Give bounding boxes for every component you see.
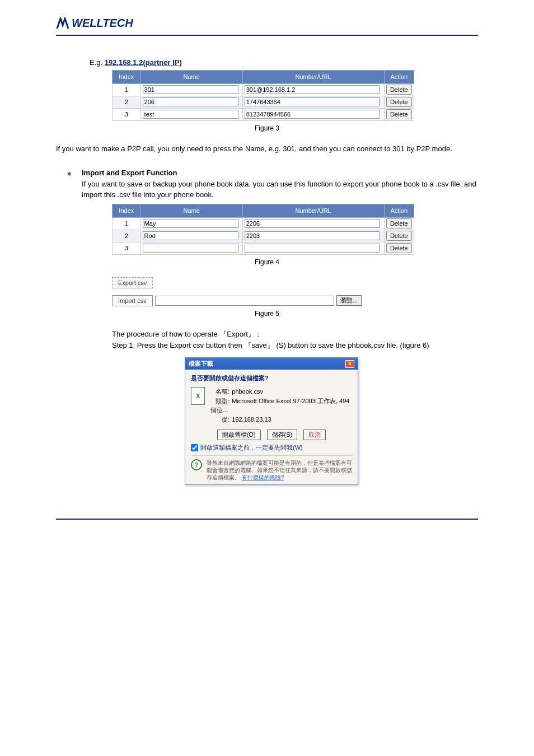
proc-1c: : — [257, 330, 259, 338]
always-ask-checkbox[interactable] — [191, 444, 198, 451]
row-index: 2 — [113, 96, 141, 108]
proc-2b: save — [251, 341, 266, 349]
name-input[interactable] — [143, 244, 239, 253]
name-input[interactable] — [143, 85, 239, 94]
table-row: 1 Delete — [113, 217, 414, 230]
risk-link[interactable]: 有什麼樣的風險? — [242, 474, 284, 480]
brand-logo: WELLTECH — [56, 17, 133, 30]
question-mark-icon: ? — [191, 459, 202, 470]
figure-3-caption: Figure 3 — [56, 124, 478, 132]
row-index: 1 — [113, 217, 141, 230]
proc-1a: The procedure of how to operate — [112, 330, 219, 338]
intro-line: E.g. 192.168.1.2(partner IP) — [90, 58, 478, 67]
figure-5-caption: Figure 5 — [56, 310, 478, 318]
col-name: Name — [140, 70, 242, 83]
name-input[interactable] — [143, 97, 239, 106]
proc-2a: Step 1: Press the Export csv button then — [112, 341, 242, 349]
row-index: 3 — [113, 108, 141, 120]
table-row: 2 Delete — [113, 230, 414, 242]
col-number: Number/URL — [242, 204, 384, 217]
description-p2p: If you want to make a P2P call, you only… — [56, 143, 478, 155]
open-bracket: 『 — [244, 341, 251, 349]
cancel-button[interactable]: 取消 — [303, 430, 326, 440]
number-input[interactable] — [245, 244, 380, 253]
value-type: Microsoft Office Excel 97-2003 工作表, 494 … — [210, 398, 349, 414]
row-index: 3 — [113, 242, 141, 254]
number-input[interactable] — [245, 110, 380, 119]
delete-button[interactable]: Delete — [386, 243, 412, 253]
footer-rule — [56, 519, 478, 520]
close-bracket: 』 — [267, 341, 274, 349]
number-input[interactable] — [245, 219, 380, 228]
phonebook-table-1: Index Name Number/URL Action 1 Delete 2 — [112, 70, 414, 121]
value-from: 192.168.23.13 — [232, 416, 271, 423]
dialog-file-info: 名稱:phbook.csv 類型:Microsoft Office Excel … — [210, 387, 352, 424]
table-row: 3 Delete — [113, 242, 414, 254]
browse-button[interactable]: 瀏覽... — [336, 295, 362, 306]
open-button[interactable]: 開啟舊檔(O) — [217, 430, 261, 440]
section-heading: Import and Export Function — [82, 167, 478, 179]
import-csv-button[interactable]: Import csv — [112, 295, 153, 306]
label-name: 名稱: — [210, 387, 229, 396]
figure-4-caption: Figure 4 — [56, 258, 478, 266]
open-bracket: 『 — [219, 330, 227, 338]
proc-1b: Export — [227, 330, 248, 338]
figure-6: 檔案下載 × 是否要開啟或儲存這個檔案? X 名稱:phbook.csv 類型:… — [185, 357, 478, 485]
col-index: Index — [113, 204, 141, 217]
table-row: 3 Delete — [113, 108, 414, 120]
logo-mark-icon — [56, 17, 71, 30]
diamond-bullet-icon: ◆ — [67, 169, 72, 178]
import-file-input[interactable] — [155, 296, 334, 306]
col-number: Number/URL — [242, 70, 384, 83]
row-index: 1 — [113, 83, 141, 96]
col-action: Action — [384, 70, 414, 83]
delete-button[interactable]: Delete — [386, 97, 412, 107]
header-bar: WELLTECH — [56, 17, 478, 36]
row-index: 2 — [113, 230, 141, 242]
delete-button[interactable]: Delete — [386, 109, 412, 119]
table-row: 1 Delete — [113, 83, 414, 96]
col-index: Index — [113, 70, 141, 83]
dialog-title: 檔案下載 — [189, 360, 213, 368]
excel-file-icon: X — [191, 387, 205, 405]
figure-4: Index Name Number/URL Action 1 Delete 2 — [112, 204, 478, 255]
phonebook-table-2: Index Name Number/URL Action 1 Delete 2 — [112, 204, 414, 255]
save-button[interactable]: 儲存(S) — [267, 430, 298, 440]
name-input[interactable] — [143, 231, 239, 240]
dialog-question: 是否要開啟或儲存這個檔案? — [191, 374, 352, 382]
figure-3: Index Name Number/URL Action 1 Delete 2 — [112, 70, 478, 121]
col-action: Action — [384, 204, 414, 217]
label-from: 從: — [210, 415, 229, 424]
delete-button[interactable]: Delete — [386, 218, 412, 228]
close-icon[interactable]: × — [345, 360, 354, 368]
number-input[interactable] — [245, 231, 380, 240]
download-dialog: 檔案下載 × 是否要開啟或儲存這個檔案? X 名稱:phbook.csv 類型:… — [185, 357, 358, 485]
dialog-titlebar: 檔案下載 × — [185, 358, 358, 370]
name-input[interactable] — [143, 219, 239, 228]
number-input[interactable] — [245, 97, 380, 106]
delete-button[interactable]: Delete — [386, 85, 412, 95]
label-type: 類型: — [210, 396, 229, 406]
number-input[interactable] — [245, 85, 380, 94]
section-body: If you want to save or backup your phone… — [82, 179, 478, 200]
col-name: Name — [140, 204, 242, 217]
value-name: phbook.csv — [232, 388, 263, 395]
delete-button[interactable]: Delete — [386, 231, 412, 241]
proc-2c: (S) button to save the phbook.csv file. … — [276, 341, 429, 349]
table-row: 2 Delete — [113, 96, 414, 108]
brand-text: WELLTECH — [72, 17, 133, 30]
procedure-text: The procedure of how to operate 『Export』… — [112, 329, 478, 352]
section-import-export: ◆ Import and Export Function If you want… — [67, 167, 478, 200]
name-input[interactable] — [143, 110, 239, 119]
figure-5: Export csv Import csv 瀏覽... — [112, 277, 478, 306]
always-ask-label: 開啟這類檔案之前，一定要先問我(W) — [200, 444, 303, 452]
dialog-warning: ? 雖然來自網際網路的檔案可能是有用的，但是某些檔案有可能會傷害您的電腦。如果您… — [191, 455, 352, 481]
close-bracket: 』 — [248, 330, 255, 338]
intro-prefix: E.g. — [90, 58, 105, 67]
export-csv-button[interactable]: Export csv — [112, 277, 153, 288]
always-ask-checkbox-row: 開啟這類檔案之前，一定要先問我(W) — [191, 444, 352, 452]
intro-link[interactable]: 192.168.1.2(partner IP) — [105, 58, 182, 67]
